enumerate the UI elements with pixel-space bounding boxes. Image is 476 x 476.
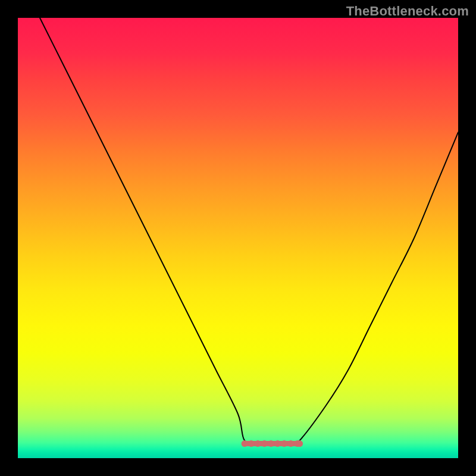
- flat-dot: [261, 440, 268, 447]
- chart-frame: TheBottleneck.com: [0, 0, 476, 476]
- curve-svg: [18, 18, 458, 458]
- flat-dot: [268, 440, 274, 447]
- flat-dot: [281, 440, 287, 447]
- flat-dot: [248, 440, 255, 447]
- flat-dot: [274, 440, 281, 447]
- flat-dot: [242, 440, 248, 447]
- flat-dot: [296, 440, 303, 447]
- flat-dot: [255, 440, 261, 447]
- plot-area: [18, 18, 458, 458]
- bottleneck-curve: [40, 18, 458, 445]
- watermark: TheBottleneck.com: [346, 4, 469, 19]
- flat-dot: [287, 440, 294, 447]
